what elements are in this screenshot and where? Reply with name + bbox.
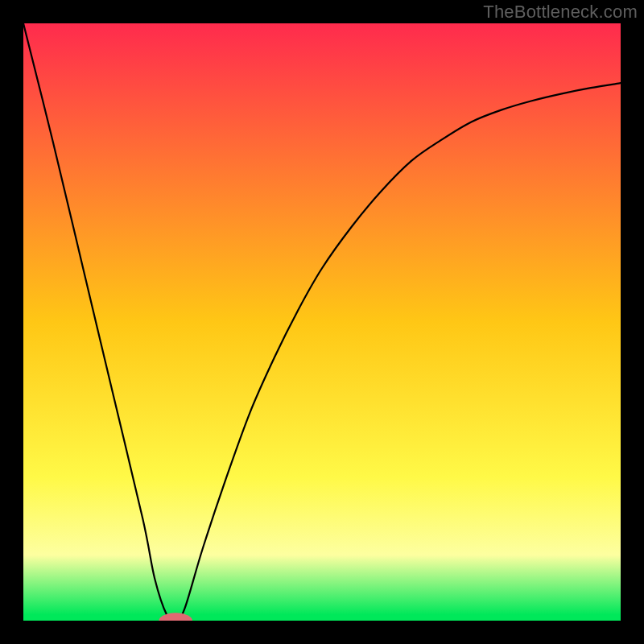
plot-area [23,23,621,621]
gradient-background [23,23,621,621]
watermark-text: TheBottleneck.com [483,2,638,23]
chart-svg [23,23,621,621]
chart-frame: TheBottleneck.com [0,0,644,644]
